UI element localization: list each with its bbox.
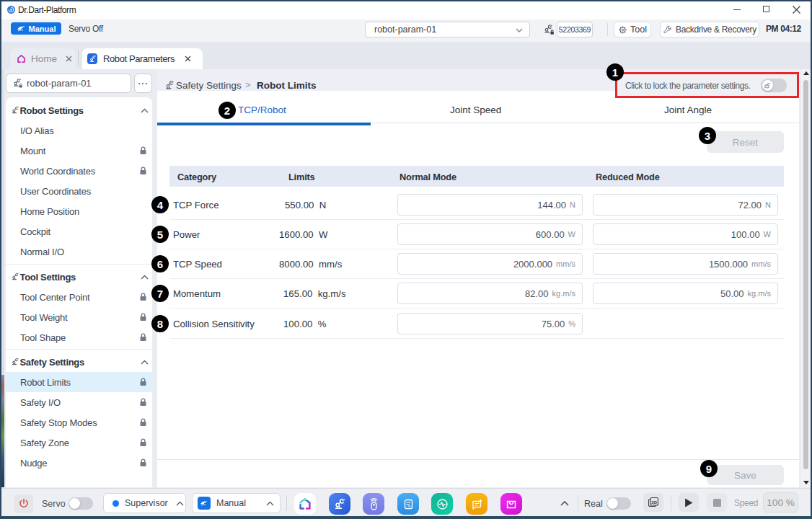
svg-text:3D: 3D (651, 500, 657, 505)
